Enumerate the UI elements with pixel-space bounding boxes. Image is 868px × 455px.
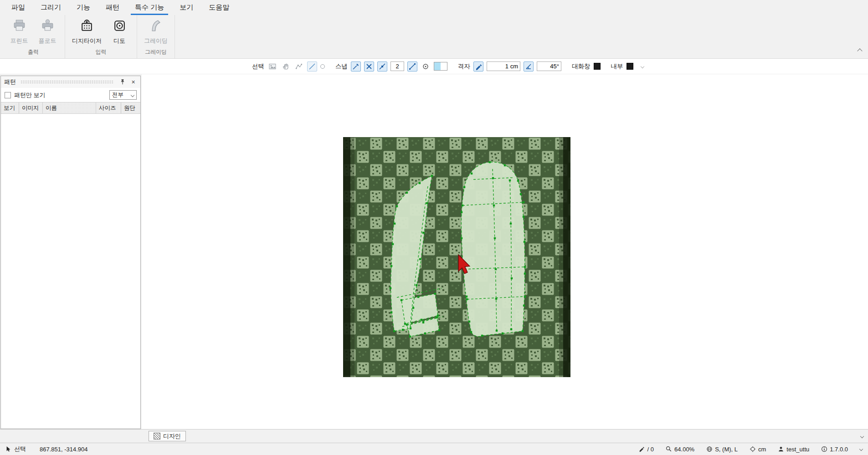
dot-icon[interactable] — [320, 64, 325, 69]
hatch-icon — [154, 433, 160, 440]
scanned-mat-image[interactable] — [343, 137, 570, 377]
camera-icon — [112, 18, 127, 35]
snap-cross-icon[interactable] — [364, 61, 374, 72]
ribbon-collapse-button[interactable] — [858, 46, 862, 55]
chevron-down-icon — [640, 64, 644, 68]
column-view: 보기 — [1, 102, 19, 113]
grading-button[interactable]: 그레이딩 — [141, 16, 171, 47]
chevron-down-icon — [860, 434, 864, 438]
snap-value-input[interactable] — [390, 61, 404, 71]
design-canvas[interactable] — [142, 74, 868, 429]
ribbon-group-grading: 그레이딩 그레이딩 — [137, 15, 175, 58]
document-tab-strip: 디자인 — [0, 429, 868, 443]
grading-label: 그레이딩 — [144, 37, 168, 45]
print-button[interactable]: 프린트 — [5, 16, 33, 47]
tab-design[interactable]: 디자인 — [149, 431, 186, 441]
snap-diagonal-icon[interactable] — [407, 61, 417, 72]
inner-label: 내부 — [611, 62, 623, 71]
ribbon-group-output: 프린트 플로트 출력 — [2, 15, 65, 58]
print-label: 프린트 — [10, 37, 28, 45]
menu-pattern[interactable]: 패턴 — [98, 0, 127, 15]
crosshair-icon — [750, 446, 756, 452]
pointer-icon — [5, 446, 12, 452]
digitizer-button[interactable]: 디지타이저 — [69, 16, 105, 47]
menu-help[interactable]: 도움말 — [201, 0, 237, 15]
menu-draw[interactable]: 그리기 — [33, 0, 69, 15]
pin-icon[interactable] — [118, 78, 126, 86]
menu-view[interactable]: 보기 — [172, 0, 201, 15]
cursor-coordinates: 867.851, -314.904 — [40, 446, 88, 453]
version-indicator: 1.7.0.0 — [821, 446, 848, 453]
patterns-only-label: 패턴만 보기 — [14, 91, 46, 99]
printer-icon — [12, 18, 27, 35]
patterns-only-checkbox[interactable] — [5, 92, 11, 98]
chevron-down-icon — [131, 93, 134, 97]
plot-label: 플로트 — [39, 37, 56, 45]
ribbon: 프린트 플로트 출력 디지타이저 디토 입력 — [0, 15, 868, 59]
size-set-indicator[interactable]: S, (M), L — [706, 446, 738, 453]
grid-size-input[interactable] — [487, 61, 520, 71]
globe-icon — [706, 446, 713, 452]
menu-bar: 파일 그리기 기능 패턴 특수 기능 보기 도움말 — [0, 0, 868, 15]
pattern-filter-row: 패턴만 보기 전부 — [1, 88, 140, 102]
plot-button[interactable]: 플로트 — [34, 16, 61, 47]
hand-icon[interactable] — [281, 61, 291, 72]
image-icon[interactable] — [267, 61, 277, 72]
column-fabric: 원단 — [121, 102, 140, 113]
mode-label: 선택 — [14, 445, 26, 453]
snap-pencil-icon[interactable] — [351, 61, 361, 72]
group-name-input: 입력 — [69, 47, 133, 58]
scope-dropdown[interactable]: 전부 — [109, 90, 137, 100]
diagonal-toggle-icon[interactable] — [307, 61, 317, 72]
inner-color-swatch[interactable] — [627, 63, 633, 70]
tabstrip-overflow-button[interactable] — [861, 435, 863, 438]
pattern-table-header: 보기 이미지 이름 사이즈 원단 — [1, 102, 140, 114]
pattern-panel-header[interactable]: 패턴 × — [1, 76, 140, 88]
pattern-piece-right[interactable] — [461, 162, 524, 337]
pattern-table-body[interactable] — [1, 114, 140, 429]
angle-icon[interactable] — [524, 61, 534, 72]
magnifier-icon — [666, 446, 672, 452]
snap-group-label: 스냅 — [335, 62, 348, 71]
user-icon — [778, 446, 784, 452]
unit-indicator[interactable]: cm — [750, 446, 766, 453]
edit-count: / 0 — [639, 446, 654, 453]
digitizer-icon — [79, 18, 94, 35]
dialog-label: 대화창 — [572, 62, 591, 71]
tab-design-label: 디자인 — [163, 432, 181, 440]
options-toolbar: 선택 스냅 격자 대화창 내부 — [0, 59, 868, 74]
pencil-icon — [639, 446, 645, 452]
digitizer-label: 디지타이저 — [72, 37, 102, 45]
application-window: 파일 그리기 기능 패턴 특수 기능 보기 도움말 프린트 플로트 출력 — [0, 0, 868, 455]
grid-pencil-icon[interactable] — [473, 61, 483, 72]
status-bar: 선택 867.851, -314.904 / 0 64.00% S, (M), … — [0, 443, 868, 455]
plotter-icon — [40, 18, 55, 35]
panel-drag-grip[interactable] — [21, 80, 114, 84]
statusbar-overflow-button[interactable] — [860, 448, 863, 450]
column-image: 이미지 — [19, 102, 43, 113]
toolbar-grip — [641, 65, 644, 68]
snap-node-icon[interactable] — [377, 61, 387, 72]
user-indicator: test_uttu — [778, 446, 809, 453]
polyline-icon[interactable] — [294, 61, 304, 72]
close-icon[interactable]: × — [129, 78, 137, 86]
grid-group-label: 격자 — [458, 62, 470, 71]
ribbon-group-input: 디지타이저 디토 입력 — [65, 15, 137, 58]
chevron-down-icon — [859, 447, 863, 451]
zoom-indicator[interactable]: 64.00% — [666, 446, 694, 453]
grid-angle-input[interactable] — [537, 61, 561, 71]
column-size: 사이즈 — [96, 102, 121, 113]
half-fill-toggle[interactable] — [434, 62, 447, 71]
dialog-color-swatch[interactable] — [594, 63, 601, 70]
menu-file[interactable]: 파일 — [4, 0, 33, 15]
mode-indicator: 선택 — [5, 445, 26, 453]
select-group-label: 선택 — [252, 62, 264, 71]
pattern-panel: 패턴 × 패턴만 보기 전부 보기 이미지 이름 사이즈 원단 — [0, 76, 141, 429]
snap-target-icon[interactable] — [421, 61, 431, 72]
menu-special-functions[interactable]: 특수 기능 — [127, 0, 172, 15]
column-name: 이름 — [43, 102, 96, 113]
ditto-button[interactable]: 디토 — [106, 16, 133, 47]
scope-dropdown-value: 전부 — [112, 91, 123, 99]
menu-function[interactable]: 기능 — [69, 0, 98, 15]
pattern-panel-title: 패턴 — [4, 78, 16, 86]
